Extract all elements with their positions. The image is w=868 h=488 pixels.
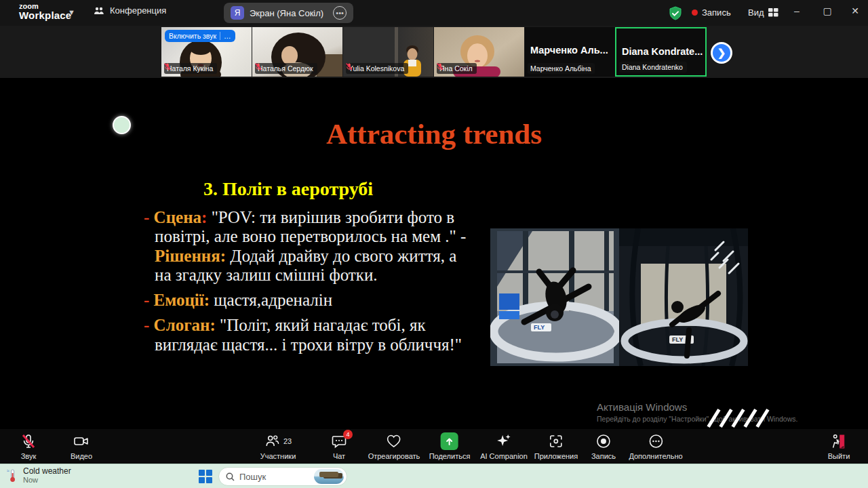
windows-taskbar: ≈ Cold weather Now Пошук T O P УКР (0, 464, 868, 488)
participants-video-strip: Включить звук … Наталя Кукіна Наталья Се… (0, 26, 868, 78)
camera-icon (73, 433, 90, 449)
svg-text:FLY: FLY (534, 324, 545, 331)
record-dot-icon (692, 9, 698, 16)
participant-name-label: Diana Kondratenko (619, 62, 687, 73)
unmute-request-button[interactable]: Включить звук … (165, 30, 235, 42)
apps-button[interactable]: Приложения (534, 432, 578, 460)
participant-name-label: Яна Сокіл (437, 63, 477, 74)
participant-tile-natalia-kukina[interactable]: Включить звук … Наталя Кукіна (161, 27, 252, 77)
participants-icon (264, 433, 281, 449)
muted-mic-icon (346, 63, 353, 70)
divider (220, 32, 220, 40)
slide-bullet: - Емоції: щастя,адреналін (144, 291, 468, 310)
wind-tunnel-photo: FLY FLY (490, 228, 748, 366)
participant-big-name: Марченко Аль... (525, 45, 615, 56)
participant-tile-yana-sokil[interactable]: Яна Сокіл (434, 27, 524, 77)
participant-name-label: Yulia Kolesnikova (346, 63, 408, 74)
avatar: Я (231, 6, 244, 20)
participants-button[interactable]: 23 Участники (260, 432, 296, 460)
svg-text:≈: ≈ (7, 468, 9, 473)
weather-title: Cold weather (23, 466, 71, 476)
zoom-workplace-window: zoom Workplace ▼ Конференция Я Экран (Ян… (0, 0, 868, 488)
participant-tile-marchenko-albina[interactable]: Марченко Аль... Марченко Альбіна (525, 27, 615, 77)
tab-conference[interactable]: Конференция (94, 5, 166, 16)
participant-tile-diana-kondratenko[interactable]: Diana Kondrate... Diana Kondratenko (615, 27, 707, 77)
muted-mic-icon (20, 433, 37, 449)
thermometer-icon: ≈ (7, 467, 18, 483)
zoom-workplace-logo: zoom Workplace (19, 3, 71, 20)
ellipsis-icon (648, 433, 664, 449)
search-icon (226, 472, 235, 481)
weather-widget[interactable]: ≈ Cold weather Now (7, 466, 71, 484)
tab-conference-label: Конференция (110, 5, 166, 16)
leave-door-icon (830, 433, 848, 449)
apps-icon (548, 433, 564, 449)
participant-name-label: Марченко Альбіна (528, 63, 595, 74)
close-button[interactable]: ✕ (845, 5, 865, 16)
more-button[interactable]: Дополнительно (629, 432, 682, 460)
annotation-slashes (712, 408, 764, 428)
recording-indicator[interactable]: Запись (692, 7, 731, 18)
weather-subtitle: Now (23, 476, 71, 484)
muted-mic-icon (164, 63, 171, 70)
share-screen-button[interactable]: Поделиться (429, 432, 471, 460)
chat-badge: 4 (343, 430, 353, 439)
chat-button[interactable]: 4 Чат (331, 432, 347, 460)
screen-share-tab[interactable]: Я Экран (Яна Сокіл) ••• (224, 3, 353, 23)
slide-subtitle: 3. Політ в аеротрубі (203, 178, 373, 200)
slide-bullet: - Слоган: "Політ, який нагадає тобі, як … (144, 316, 468, 354)
title-bar: zoom Workplace ▼ Конференция Я Экран (Ян… (0, 0, 868, 26)
shared-screen-slide: Attracting trends 3. Політ в аеротрубі -… (0, 78, 868, 429)
participants-count: 23 (283, 437, 292, 445)
record-button[interactable]: Запись (591, 432, 616, 460)
participant-name-label: Наталья Сердюк (255, 63, 317, 74)
meeting-toolbar: Звук ▲ Видео ▲ 23 Участники ▲ 4 Чат ▲ От (0, 429, 868, 464)
slide-body-text: - Сцена: "POV: ти вирішив зробити фото в… (144, 208, 468, 361)
video-button[interactable]: Видео (71, 432, 92, 460)
maximize-button[interactable]: ▢ (817, 5, 837, 16)
start-button[interactable] (199, 470, 212, 483)
screen-share-label: Экран (Яна Сокіл) (250, 8, 323, 18)
participant-tile-yulia-kolesnikova[interactable]: Yulia Kolesnikova (343, 27, 433, 77)
grid-view-icon (768, 8, 778, 17)
ai-companion-button[interactable]: AI Companion (480, 432, 528, 460)
slide-bullet: - Сцена: "POV: ти вирішив зробити фото в… (144, 208, 468, 285)
search-placeholder: Пошук (239, 472, 309, 482)
recording-label: Запись (702, 7, 731, 18)
search-highlight-image[interactable] (314, 469, 344, 484)
security-shield-icon[interactable] (668, 6, 683, 21)
unmute-label: Включить звук (169, 32, 216, 40)
search-box[interactable]: Пошук (218, 467, 347, 486)
people-icon (94, 6, 104, 16)
react-button[interactable]: Отреагировать (368, 432, 420, 460)
heart-icon (385, 433, 403, 449)
more-options-icon[interactable]: … (224, 32, 231, 40)
ai-sparkle-icon (496, 433, 512, 449)
minimize-button[interactable]: – (787, 5, 807, 16)
chevron-down-icon[interactable]: ▼ (68, 8, 75, 16)
next-participants-button[interactable]: ❯ (711, 42, 732, 64)
muted-mic-icon (255, 63, 262, 70)
participant-name-label: Наталя Кукіна (164, 63, 217, 74)
record-icon (595, 433, 612, 449)
more-options-icon[interactable]: ••• (333, 6, 347, 20)
muted-mic-icon (437, 63, 443, 70)
leave-button[interactable]: Выйти (828, 432, 850, 460)
view-label: Вид (748, 7, 764, 18)
logo-workplace-text: Workplace (19, 10, 71, 20)
participant-big-name: Diana Kondrate... (616, 46, 705, 57)
audio-button[interactable]: Звук (20, 432, 37, 460)
slide-title: Attracting trends (231, 117, 637, 150)
view-button[interactable]: Вид (748, 7, 778, 18)
svg-text:FLY: FLY (672, 336, 683, 343)
annotation-dot (113, 116, 131, 134)
share-icon (441, 432, 458, 450)
participant-tile-natalia-serdiuk[interactable]: Наталья Сердюк (252, 27, 342, 77)
